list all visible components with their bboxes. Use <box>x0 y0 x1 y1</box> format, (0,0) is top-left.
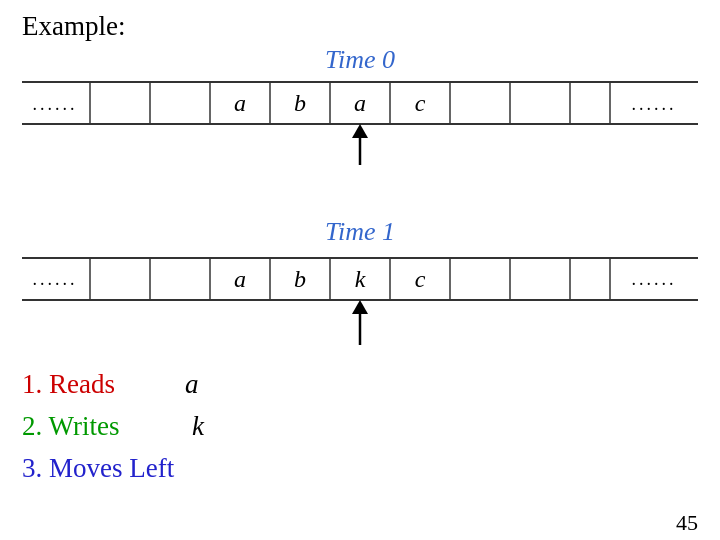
svg-text:a: a <box>354 90 366 116</box>
svg-text:b: b <box>294 266 306 292</box>
svg-text:b: b <box>294 90 306 116</box>
svg-text:Example:: Example: <box>22 11 125 41</box>
svg-text:k: k <box>192 411 205 441</box>
svg-text:c: c <box>415 266 426 292</box>
svg-text:a: a <box>185 369 199 399</box>
svg-text:......: ...... <box>632 269 677 289</box>
svg-marker-21 <box>352 124 368 138</box>
svg-text:......: ...... <box>632 94 677 114</box>
svg-text:1. Reads: 1. Reads <box>22 369 115 399</box>
svg-text:3. Moves Left: 3. Moves Left <box>22 453 175 483</box>
svg-text:k: k <box>355 266 366 292</box>
svg-text:45: 45 <box>676 510 698 535</box>
svg-text:......: ...... <box>33 94 78 114</box>
svg-marker-42 <box>352 300 368 314</box>
svg-text:Time 1: Time 1 <box>325 217 395 246</box>
svg-text:......: ...... <box>33 269 78 289</box>
svg-text:2. Writes: 2. Writes <box>22 411 119 441</box>
svg-text:c: c <box>415 90 426 116</box>
svg-text:Time 0: Time 0 <box>325 45 395 74</box>
svg-text:a: a <box>234 266 246 292</box>
svg-text:a: a <box>234 90 246 116</box>
